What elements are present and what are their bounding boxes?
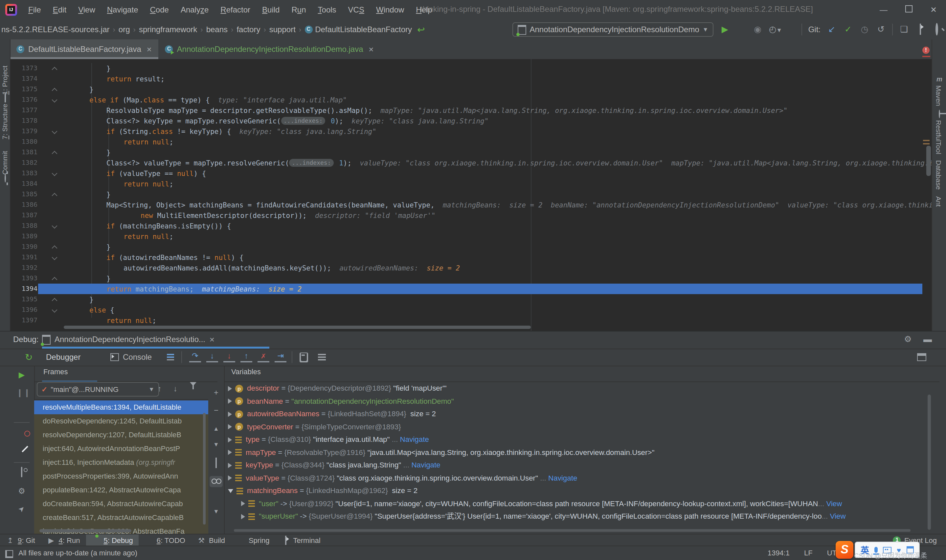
- code-editor[interactable]: 1373}1374return result;1375}1376else if …: [10, 59, 932, 331]
- tool-button-database[interactable]: Database: [935, 160, 943, 190]
- variable-row[interactable]: pdescriptor = {DependencyDescriptor@1892…: [224, 382, 926, 395]
- frames-vertical-scrollbar[interactable]: [203, 413, 206, 525]
- variables-horizontal-scrollbar[interactable]: [234, 529, 911, 532]
- commit-icon[interactable]: ✓: [843, 24, 854, 35]
- menu-view[interactable]: View: [74, 4, 100, 16]
- coverage-icon[interactable]: ◉: [752, 24, 763, 35]
- fold-marker-icon[interactable]: [52, 97, 57, 102]
- chevron-right-icon[interactable]: [228, 475, 232, 481]
- menu-run[interactable]: Run: [287, 4, 310, 16]
- chevron-right-icon[interactable]: [228, 425, 232, 430]
- run-anything-icon[interactable]: [915, 24, 926, 35]
- close-icon[interactable]: ✕: [368, 46, 374, 53]
- menu-window[interactable]: Window: [371, 4, 408, 16]
- menu-edit[interactable]: Edit: [48, 4, 71, 16]
- code-line[interactable]: }: [89, 294, 94, 305]
- chevron-right-icon[interactable]: [228, 437, 232, 443]
- tool-window-button--git[interactable]: ↥9: Git: [0, 534, 41, 546]
- minimize-button[interactable]: —: [871, 5, 896, 14]
- remove-watch-icon[interactable]: −: [211, 405, 221, 415]
- mute-breakpoints-icon[interactable]: [17, 445, 27, 455]
- code-line[interactable]: Class<?> keyType = mapType.resolveGeneri…: [106, 115, 488, 126]
- fold-marker-icon[interactable]: [52, 66, 57, 71]
- code-line[interactable]: }: [106, 147, 111, 158]
- close-icon[interactable]: ✕: [146, 46, 152, 53]
- frames-horizontal-scrollbar[interactable]: [39, 529, 131, 532]
- chevron-right-icon[interactable]: [228, 463, 232, 468]
- frame-row[interactable]: doCreateBean:594, AbstractAutowireCapab: [34, 497, 204, 511]
- move-down-icon[interactable]: ↓: [173, 384, 177, 393]
- breadcrumb-item[interactable]: ns-5.2.2.RELEASE-sources.jar: [1, 25, 110, 34]
- rerun-icon[interactable]: ↻: [25, 351, 32, 363]
- step-into-icon[interactable]: ↓: [206, 351, 218, 363]
- update-project-icon[interactable]: ↙: [826, 24, 837, 35]
- code-line[interactable]: Map<String, Object> matchingBeans = find…: [106, 200, 932, 210]
- variable-row[interactable]: pautowiredBeanNames = {LinkedHashSet@189…: [224, 408, 926, 420]
- tool-button-ant[interactable]: Ant: [935, 196, 943, 207]
- settings-icon[interactable]: ⚙: [903, 334, 913, 345]
- fold-marker-icon[interactable]: [52, 129, 57, 134]
- editor-tab[interactable]: CAnnotationDependencyInjectionResolution…: [159, 39, 381, 59]
- code-line[interactable]: else if (Map.class == type) { type: "int…: [89, 95, 347, 105]
- variable-row[interactable]: valueType = {Class@1724} "class org.xiao…: [224, 472, 926, 485]
- pin-icon[interactable]: ➤: [17, 503, 27, 514]
- editor-horizontal-scrollbar[interactable]: [64, 326, 531, 329]
- settings-icon[interactable]: ⚙: [17, 486, 27, 496]
- variable-row[interactable]: "superUser" -> {SuperUser@1994} "SuperUs…: [224, 510, 926, 523]
- stop-icon[interactable]: [17, 405, 27, 415]
- fold-marker-icon[interactable]: [52, 171, 57, 176]
- variable-row[interactable]: mapType = {ResolvableType@1916} "java.ut…: [224, 446, 926, 459]
- frame-row[interactable]: resolveDependency:1207, DefaultListableB: [34, 428, 204, 442]
- pause-icon[interactable]: ❙❙: [17, 387, 27, 398]
- fold-marker-icon[interactable]: [52, 223, 57, 228]
- code-line[interactable]: }: [89, 84, 94, 95]
- frame-row[interactable]: postProcessProperties:399, AutowiredAnn: [34, 469, 204, 483]
- menu-analyze[interactable]: Analyze: [176, 4, 213, 16]
- breadcrumb-item[interactable]: springframework: [139, 25, 197, 34]
- frame-row[interactable]: resolveMultipleBeans:1394, DefaultListab…: [34, 400, 208, 414]
- frame-row[interactable]: populateBean:1422, AbstractAutowireCapa: [34, 483, 204, 497]
- tool-window-button-build[interactable]: ⚒Build: [191, 534, 231, 546]
- tab-console[interactable]: Console: [110, 351, 152, 363]
- tool-button-maven[interactable]: Maven: [935, 85, 943, 106]
- menu-code[interactable]: Code: [145, 4, 173, 16]
- chevron-down-icon[interactable]: [228, 489, 233, 493]
- drop-frame-icon[interactable]: ✗: [257, 351, 270, 363]
- move-up-icon[interactable]: ↑: [158, 384, 162, 393]
- code-line[interactable]: return null;: [123, 137, 173, 147]
- code-line[interactable]: }: [106, 242, 111, 252]
- variable-row[interactable]: "user" -> {User@1992} "User{id=1, name='…: [224, 497, 926, 510]
- debug-icon[interactable]: [736, 24, 747, 35]
- view-breakpoints-icon[interactable]: [17, 428, 27, 438]
- fold-marker-icon[interactable]: [52, 192, 57, 197]
- breadcrumb-class[interactable]: CDefaultListableBeanFactory: [305, 25, 412, 34]
- maximize-button[interactable]: [896, 5, 921, 14]
- chevron-right-icon[interactable]: [228, 399, 232, 404]
- restore-layout-icon[interactable]: [917, 351, 926, 363]
- code-line[interactable]: return result;: [106, 74, 165, 84]
- tool-window-button--debug[interactable]: 5: Debug: [86, 534, 139, 546]
- show-execution-point-icon[interactable]: [167, 351, 174, 363]
- close-icon[interactable]: ✕: [209, 336, 215, 343]
- code-line[interactable]: }: [106, 273, 111, 284]
- code-line[interactable]: autowiredBeanNames.addAll(matchingBeans.…: [123, 263, 460, 273]
- tool-window-button-terminal[interactable]: Terminal: [276, 534, 327, 546]
- tool-window-switcher-icon[interactable]: [5, 550, 13, 558]
- tool-window-button-spring[interactable]: Spring: [231, 534, 276, 546]
- fold-marker-icon[interactable]: [52, 244, 57, 249]
- history-icon[interactable]: ◷: [859, 24, 870, 35]
- code-line[interactable]: }: [106, 189, 111, 200]
- view-link[interactable]: View: [830, 512, 846, 520]
- breadcrumb-item[interactable]: beans: [206, 25, 228, 34]
- tool-button--structure[interactable]: 7: Structure: [1, 104, 9, 140]
- frame-row[interactable]: doResolveDependency:1245, DefaultListab: [34, 414, 204, 428]
- resume-icon[interactable]: ▶: [17, 369, 27, 380]
- caret-position[interactable]: 1394:1: [768, 549, 790, 557]
- breadcrumb-item[interactable]: org: [119, 25, 130, 34]
- menu-vcs[interactable]: VCS: [344, 4, 369, 16]
- search-everywhere-icon[interactable]: [932, 24, 942, 35]
- profiler-icon[interactable]: ◴▼: [769, 24, 780, 35]
- run-icon[interactable]: ▶: [720, 24, 730, 35]
- variable-row[interactable]: pbeanName = "annotationDependencyInjecti…: [224, 395, 926, 408]
- editor-vertical-scrollbar[interactable]: [926, 146, 931, 176]
